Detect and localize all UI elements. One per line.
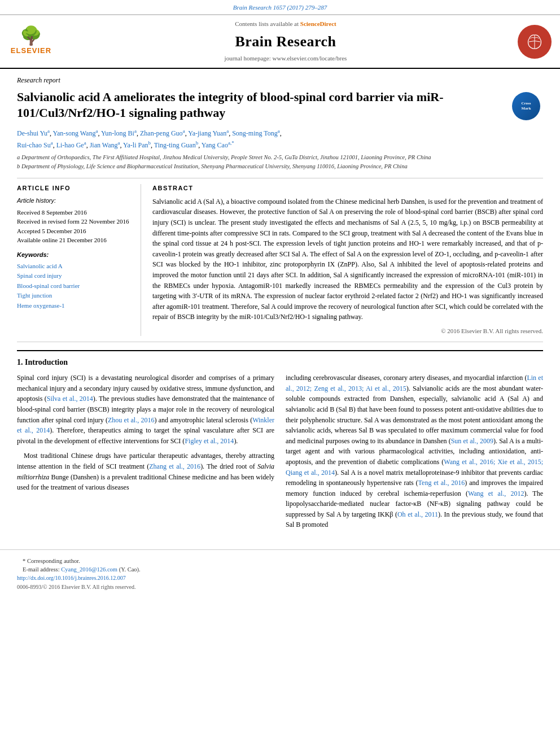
- copyright-line: © 2016 Elsevier B.V. All rights reserved…: [152, 327, 543, 336]
- journal-title: Brain Research: [235, 31, 336, 53]
- ref-sun-2009[interactable]: Sun et al., 2009: [451, 437, 493, 445]
- intro-col-left: Spinal cord injury (SCI) is a devastatin…: [17, 373, 274, 535]
- ref-teng-2016[interactable]: Teng et al., 2016: [418, 479, 465, 487]
- intro-two-col: Spinal cord injury (SCI) is a devastatin…: [17, 373, 543, 535]
- doi-link[interactable]: http://dx.doi.org/10.1016/j.brainres.201…: [17, 575, 126, 581]
- ref-zhou-2016[interactable]: Zhou et al., 2016: [108, 416, 154, 424]
- keyword-5[interactable]: Heme oxygenase-1: [17, 301, 132, 311]
- email-suffix: (Y. Cao).: [119, 566, 141, 573]
- journal-header-center: Contents lists available at ScienceDirec…: [62, 20, 509, 64]
- ref-zhang-2016[interactable]: Zhang et al., 2016: [149, 462, 200, 470]
- keyword-2[interactable]: Spinal cord injury: [17, 271, 132, 281]
- page-footer: * Corresponding author. E-mail address: …: [0, 549, 560, 596]
- crossmark-icon: CrossMark: [512, 92, 540, 120]
- received-date: Received 8 September 2016: [17, 208, 132, 217]
- corresponding-author-note: * Corresponding author. E-mail address: …: [17, 557, 543, 574]
- affiliation-b: b Department of Physiology, Life Science…: [17, 162, 543, 171]
- ref-oh-2011[interactable]: Oh et al., 2011: [397, 510, 438, 518]
- author-email[interactable]: Cyang_2016@126.com: [61, 566, 117, 573]
- body-divider: [17, 342, 543, 342]
- page: Brain Research 1657 (2017) 279–287 🌳 ELS…: [0, 0, 560, 747]
- keyword-4[interactable]: Tight junction: [17, 291, 132, 301]
- sciencedirect-name[interactable]: ScienceDirect: [300, 20, 336, 27]
- intro-para-3: including cerebrovascular diseases, coro…: [286, 373, 543, 530]
- sciencedirect-line: Contents lists available at ScienceDirec…: [235, 20, 336, 29]
- article-info-column: ARTICLE INFO Article history: Received 8…: [17, 184, 141, 336]
- issn-line: 0006-8993/© 2016 Elsevier B.V. All right…: [17, 583, 543, 592]
- abstract-column: ABSTRACT Salvianolic acid A (Sal A), a b…: [152, 184, 543, 336]
- doi-line: http://dx.doi.org/10.1016/j.brainres.201…: [17, 574, 543, 583]
- received-revised-date: Received in revised form 22 November 201…: [17, 217, 132, 226]
- ref-figley-2014[interactable]: Figley et al., 2014: [185, 437, 234, 445]
- affiliation-a: a Department of Orthopaedics, The First …: [17, 153, 543, 162]
- author-tinting-guan[interactable]: Ting-ting Guan: [154, 141, 196, 149]
- ref-wang-2012[interactable]: Wang et al., 2012: [468, 490, 524, 497]
- body-section: 1. Introduction Spinal cord injury (SCI)…: [17, 350, 543, 535]
- accepted-date: Accepted 5 December 2016: [17, 226, 132, 236]
- ref-silva-2014[interactable]: Silva et al., 2014: [47, 395, 93, 403]
- author-ruichao-su[interactable]: Rui-chao Su: [17, 141, 51, 149]
- sciencedirect-label: Contents lists available at: [235, 20, 299, 27]
- crossmark[interactable]: CrossMark: [509, 89, 543, 123]
- homepage-label: journal homepage: www.elsevier.com/locat…: [225, 55, 347, 62]
- ref-lin-2012[interactable]: Lin et al., 2012; Zeng et al., 2013; Ai …: [286, 374, 543, 392]
- journal-top-bar: Brain Research 1657 (2017) 279–287: [0, 0, 560, 15]
- journal-header: 🌳 ELSEVIER Contents lists available at S…: [0, 15, 560, 69]
- email-label: E-mail address:: [23, 566, 60, 573]
- author-jian-wang[interactable]: Jian Wang: [90, 141, 118, 149]
- author-yunlong-bi[interactable]: Yun-long Bi: [101, 129, 134, 137]
- journal-homepage: journal homepage: www.elsevier.com/locat…: [225, 54, 347, 63]
- article-info-heading: ARTICLE INFO: [17, 184, 132, 193]
- keyword-1[interactable]: Salvianolic acid A: [17, 261, 132, 272]
- author-yajiang-yuan[interactable]: Ya-jiang Yuan: [188, 129, 226, 137]
- article-title-text: Salvianolic acid A ameliorates the integ…: [17, 90, 444, 120]
- article-content: Research report Salvianolic acid A ameli…: [0, 69, 560, 540]
- article-info-abstract: ARTICLE INFO Article history: Received 8…: [17, 184, 543, 336]
- keyword-3[interactable]: Blood-spinal cord barrier: [17, 281, 132, 291]
- article-history-label: Article history:: [17, 196, 132, 206]
- intro-col-right: including cerebrovascular diseases, coro…: [286, 373, 543, 535]
- report-type: Research report: [17, 76, 543, 85]
- authors-line: De-shui Yua, Yan-song Wanga, Yun-long Bi…: [17, 127, 543, 151]
- author-yali-pan[interactable]: Ya-li Pan: [123, 141, 148, 149]
- author-yansong-wang[interactable]: Yan-song Wang: [53, 129, 95, 137]
- elsevier-logo: 🌳 ELSEVIER: [8, 25, 54, 59]
- author-lihao-ge[interactable]: Li-hao Ge: [56, 141, 84, 149]
- author-yang-cao[interactable]: Yang Cao: [202, 141, 228, 149]
- author-songming-tong[interactable]: Song-ming Tong: [232, 129, 278, 137]
- keywords-label: Keywords:: [17, 251, 132, 260]
- journal-top-ref: Brain Research 1657 (2017) 279–287: [233, 4, 327, 11]
- brain-logo-box: [515, 20, 554, 64]
- article-title: Salvianolic acid A ameliorates the integ…: [17, 89, 543, 121]
- author-zhanpeng-guo[interactable]: Zhan-peng Guo: [140, 129, 183, 137]
- intro-para-2: Most traditional Chinese drugs have part…: [17, 451, 274, 492]
- abstract-heading: ABSTRACT: [152, 184, 543, 193]
- affiliations: a Department of Orthopaedics, The First …: [17, 153, 543, 171]
- elsevier-tree-icon: 🌳: [20, 27, 42, 45]
- section-divider: [17, 178, 543, 178]
- ref-wang-xie-qiang[interactable]: Wang et al., 2016; Xie et al., 2015; Qia…: [286, 458, 543, 477]
- intro-heading: 1. Introduction: [17, 357, 543, 368]
- abstract-text: Salvianolic acid A (Sal A), a bioactive …: [152, 196, 543, 322]
- author-deshui-yu[interactable]: De-shui Yu: [17, 129, 47, 137]
- elsevier-logo-box: 🌳 ELSEVIER: [6, 20, 56, 64]
- brain-logo-icon: [518, 25, 552, 59]
- intro-para-1: Spinal cord injury (SCI) is a devastatin…: [17, 373, 274, 446]
- elsevier-label: ELSEVIER: [11, 46, 51, 56]
- corresponding-label: * Corresponding author.: [23, 558, 80, 564]
- available-date: Available online 21 December 2016: [17, 235, 132, 245]
